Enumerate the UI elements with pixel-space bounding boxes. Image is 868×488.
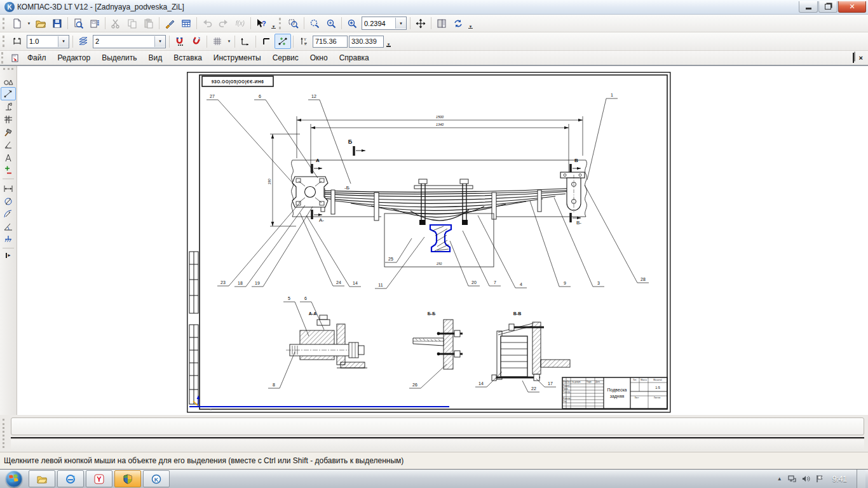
property-panel[interactable] xyxy=(11,417,864,435)
menu-window[interactable]: Окно xyxy=(304,52,334,64)
tool-designation-button[interactable] xyxy=(1,100,16,113)
context-help-button[interactable]: ? xyxy=(253,16,269,31)
cursor-step-input[interactable] xyxy=(27,37,58,46)
taskbar-ie-button[interactable] xyxy=(57,470,84,487)
tool-measure-button[interactable] xyxy=(1,87,16,100)
minimize-button[interactable] xyxy=(799,1,818,13)
new-document-dropdown[interactable]: ▾ xyxy=(25,17,32,30)
taskbar-kompas-button[interactable]: K xyxy=(143,470,170,487)
menu-help[interactable]: Справка xyxy=(334,52,375,64)
pan-icon xyxy=(416,18,426,29)
zoom-frame-button[interactable] xyxy=(285,16,302,31)
tool-datum-button[interactable] xyxy=(1,233,16,246)
cursor-step-button[interactable] xyxy=(9,34,25,49)
menu-tools[interactable]: Инструменты xyxy=(208,52,267,64)
tool-linear-dimension-button[interactable] xyxy=(1,182,16,195)
grid-button[interactable] xyxy=(209,34,226,49)
zoom-plus-button[interactable] xyxy=(344,16,360,31)
network-icon[interactable] xyxy=(788,475,796,483)
doc-close-button[interactable]: × xyxy=(859,54,863,62)
zoom-scale-input[interactable] xyxy=(362,18,395,28)
tool-selection-button[interactable] xyxy=(1,163,16,177)
zoom-toolbar-grip[interactable] xyxy=(279,18,283,29)
save-button[interactable] xyxy=(49,16,65,31)
shield-icon xyxy=(123,474,133,484)
snap-settings-button[interactable] xyxy=(172,34,188,49)
detail-label: В-В xyxy=(513,311,521,316)
action-center-flag-icon[interactable] xyxy=(816,475,824,483)
tool-parametrize-button[interactable] xyxy=(1,138,16,151)
undo-button[interactable] xyxy=(199,16,215,31)
zoom-in-out-button[interactable] xyxy=(323,16,339,31)
drawing-canvas[interactable]: 9ЗО.ОО|О5|ОО|ЄЄ-ИН6 xyxy=(17,66,868,415)
copy-properties-button[interactable] xyxy=(161,16,178,31)
tool-diameter-dimension-button[interactable] xyxy=(1,194,16,208)
part-name-line2: задняя xyxy=(610,394,625,399)
layers-button[interactable] xyxy=(75,34,92,49)
menu-grip[interactable] xyxy=(1,52,5,64)
layers-dropdown[interactable]: ▾ xyxy=(154,36,165,47)
doc-restore-button[interactable] xyxy=(853,53,854,62)
menu-editor[interactable]: Редактор xyxy=(52,52,97,64)
taskbar-security-button[interactable] xyxy=(114,470,141,487)
refresh-view-button[interactable] xyxy=(450,16,466,31)
coordinates-button[interactable]: Yx xyxy=(295,34,312,49)
taskbar-explorer-button[interactable] xyxy=(29,470,55,487)
restore-button[interactable] xyxy=(818,1,837,13)
compact-panel-grip[interactable] xyxy=(3,68,13,72)
layers-input[interactable] xyxy=(93,37,154,46)
tool-hatch-button[interactable] xyxy=(1,112,16,126)
state-toolbar-grip[interactable] xyxy=(3,36,6,47)
tool-geometry-button[interactable] xyxy=(1,74,16,88)
zoom-selection-button[interactable] xyxy=(306,16,323,31)
ortho-drawing-button[interactable] xyxy=(258,34,275,49)
property-bar-grip[interactable] xyxy=(3,419,10,448)
cursor-step-dropdown[interactable]: ▾ xyxy=(58,36,69,47)
print-preview-button[interactable] xyxy=(70,16,86,31)
pan-button[interactable] xyxy=(412,16,429,31)
menu-file[interactable]: Файл xyxy=(22,52,52,64)
snap-toggle-button[interactable] xyxy=(275,34,291,49)
drawing-sheet[interactable]: 9ЗО.ОО|О5|ОО|ЄЄ-ИН6 xyxy=(187,72,671,413)
menu-select[interactable]: Выделить xyxy=(96,52,142,64)
tool-radial-dimension-button[interactable] xyxy=(1,207,16,220)
menu-service[interactable]: Сервис xyxy=(267,52,304,64)
copy-button[interactable] xyxy=(124,16,140,31)
panel-expander[interactable]: ▸ xyxy=(6,252,10,258)
close-button[interactable]: ✕ xyxy=(838,1,866,13)
open-button[interactable] xyxy=(32,16,49,31)
zoom-toolbar-options[interactable]: ▾ xyxy=(466,15,475,31)
taskbar-yandex-button[interactable]: Y xyxy=(86,470,112,487)
coord-y-field[interactable]: 330.339 xyxy=(349,36,384,48)
tool-measure2-button[interactable] xyxy=(1,151,16,164)
internet-explorer-icon xyxy=(65,474,76,484)
variables-button[interactable]: f(x) xyxy=(232,16,248,31)
show-desktop-button[interactable] xyxy=(857,470,865,488)
tool-edit-button[interactable] xyxy=(1,125,16,139)
show-document-button[interactable] xyxy=(433,16,450,31)
callout: 22 xyxy=(531,386,536,391)
coord-x-field[interactable]: 715.36 xyxy=(313,36,348,48)
paste-button[interactable] xyxy=(140,16,157,31)
menu-view[interactable]: Вид xyxy=(143,52,168,64)
spreadsheet-button[interactable] xyxy=(178,16,194,31)
grid-dropdown[interactable]: ▾ xyxy=(226,34,233,48)
toolbar-options-button[interactable]: ▾ xyxy=(269,15,278,31)
local-cs-button[interactable] xyxy=(237,34,254,49)
page-setup-button[interactable] xyxy=(86,16,103,31)
toolbar-grip[interactable] xyxy=(3,18,6,29)
start-button[interactable] xyxy=(6,471,22,487)
cut-button[interactable] xyxy=(107,16,124,31)
svg-text:K: K xyxy=(154,476,159,482)
new-document-button[interactable] xyxy=(9,16,25,31)
menu-insert[interactable]: Вставка xyxy=(168,52,208,64)
zoom-scale-dropdown[interactable]: ▾ xyxy=(395,18,406,29)
tool-angle-dimension-button[interactable] xyxy=(1,220,16,233)
document-system-menu[interactable] xyxy=(8,51,22,64)
volume-icon[interactable] xyxy=(802,475,810,483)
clock[interactable]: 9:41 xyxy=(832,475,847,484)
redo-button[interactable] xyxy=(215,16,232,31)
state-toolbar-options[interactable]: ▾ xyxy=(384,34,393,50)
tray-expand-icon[interactable]: ▲ xyxy=(777,476,782,482)
local-snap-button[interactable] xyxy=(188,34,205,49)
